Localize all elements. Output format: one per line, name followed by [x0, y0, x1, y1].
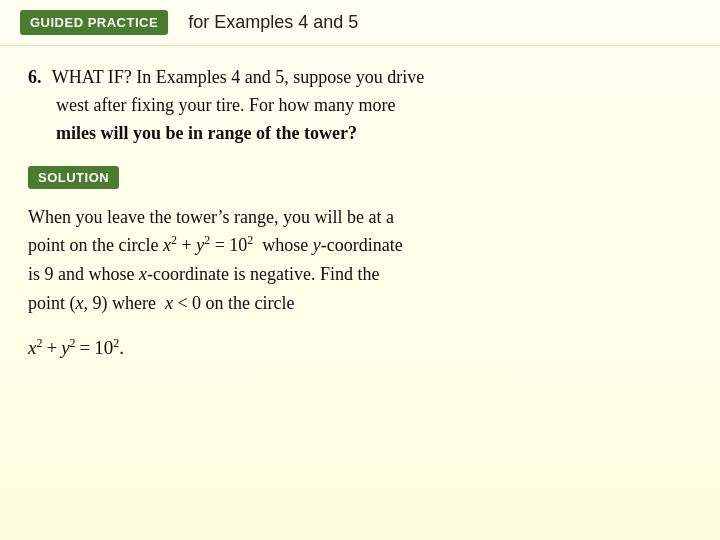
question-number: 6. [28, 67, 42, 87]
solution-paragraph: When you leave the tower’s range, you wi… [28, 203, 692, 318]
solution-block: SOLUTION When you leave the tower’s rang… [28, 166, 692, 364]
formula-line: x2+y2=102. [28, 332, 692, 364]
question-block: 6. WHAT IF? In Examples 4 and 5, suppose… [28, 64, 692, 148]
question-line1: WHAT IF? In Examples 4 and 5, suppose yo… [52, 67, 425, 87]
header-title: for Examples 4 and 5 [188, 12, 358, 33]
question-line3: miles will you be in range of the tower? [56, 120, 692, 148]
guided-practice-badge: GUIDED PRACTICE [20, 10, 168, 35]
solution-badge: SOLUTION [28, 166, 119, 189]
page: GUIDED PRACTICE for Examples 4 and 5 6. … [0, 0, 720, 540]
question-line2: west after fixing your tire. For how man… [56, 92, 692, 120]
main-content: 6. WHAT IF? In Examples 4 and 5, suppose… [0, 46, 720, 374]
header: GUIDED PRACTICE for Examples 4 and 5 [0, 0, 720, 46]
